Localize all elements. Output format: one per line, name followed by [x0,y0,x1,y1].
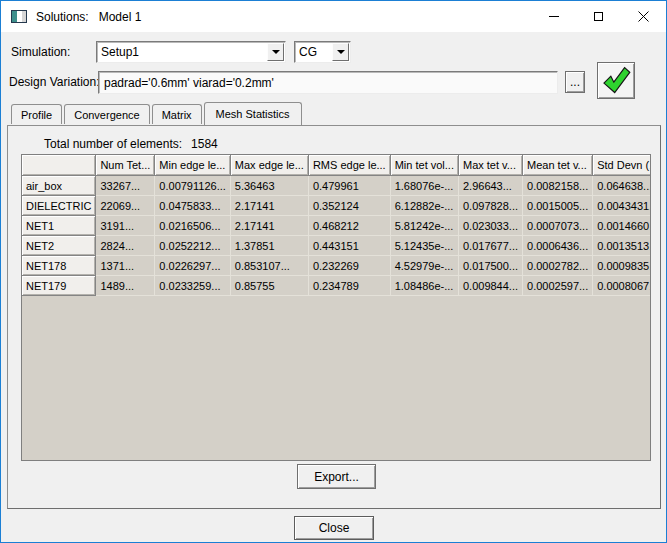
close-window-button[interactable] [621,1,666,32]
valid-solution-check-button[interactable] [597,62,635,99]
table-cell: 0.234789 [309,276,391,296]
mesh-table: Num Tet...Min edge le...Max edge le...RM… [22,155,651,296]
design-variation-browse-button[interactable]: ... [565,71,585,93]
table-cell: 0.468212 [309,216,391,236]
table-row: NET1791489...0.0233259...0.857550.234789… [22,276,651,296]
table-cell: 0.0252212... [155,236,230,256]
table-cell: 1.08486e-... [391,276,459,296]
table-cell: 0.232269 [309,256,391,276]
table-cell: 0.00791126... [155,176,230,196]
table-row: air_box33267...0.00791126...5.364630.479… [22,176,651,196]
minimize-button[interactable] [531,1,576,32]
table-cell: 6.12882e-... [391,196,459,216]
row-header[interactable]: NET2 [22,236,96,256]
table-cell: 5.81242e-... [391,216,459,236]
table-cell: 0.064638... [593,176,651,196]
table-cell: 0.0475833... [155,196,230,216]
table-cell: 0.0233259... [155,276,230,296]
table-row: NET1781371...0.0226297...0.853107...0.23… [22,256,651,276]
total-elements-label: Total number of elements: [44,137,182,151]
table-cell: 0.352124 [309,196,391,216]
table-cell: 1.37851 [231,236,309,256]
solutions-dialog: Solutions: Model 1 Simulation: Setup1 CG [0,0,667,543]
tab-convergence[interactable]: Convergence [64,104,149,124]
solution-type-dropdown-button[interactable] [332,43,349,61]
table-cell: 0.479961 [309,176,391,196]
row-header[interactable]: NET1 [22,216,96,236]
table-row: NET22824...0.0252212...1.378510.4431515.… [22,236,651,256]
solutions-app-icon [11,10,27,23]
table-cell: 1371... [96,256,155,276]
table-cell: 0.017500... [459,256,523,276]
tab-strip: ProfileConvergenceMatrixMesh Statistics [11,102,304,124]
design-variation-field[interactable]: padrad='0.6mm' viarad='0.2mm' [98,71,558,94]
table-cell: 2.17141 [231,216,309,236]
simulation-select[interactable]: Setup1 [96,41,286,63]
table-cell: 33267... [96,176,155,196]
table-cell: 0.0009835... [593,256,651,276]
total-elements-value: 1584 [191,137,218,151]
table-cell: 0.0002597... [523,276,593,296]
table-cell: 2.17141 [231,196,309,216]
table-cell: 5.12435e-... [391,236,459,256]
mesh-statistics-grid: Num Tet...Min edge le...Max edge le...RM… [21,154,651,461]
column-header[interactable]: Mean tet v... [523,155,593,176]
table-cell: 2824... [96,236,155,256]
table-cell: 0.0226297... [155,256,230,276]
row-header[interactable]: NET179 [22,276,96,296]
table-cell: 0.009844... [459,276,523,296]
table-cell: 1.68076e-... [391,176,459,196]
table-cell: 0.0082158... [523,176,593,196]
chevron-down-icon [337,50,345,54]
table-cell: 0.0007073... [523,216,593,236]
column-header[interactable]: Num Tet... [96,155,155,176]
solution-type-selected-value: CG [295,42,331,62]
table-cell: 0.443151 [309,236,391,256]
close-icon [638,11,649,22]
row-header[interactable]: DIELECTRIC [22,196,96,216]
design-variation-label: Design Variation: [9,75,100,89]
row-header[interactable]: air_box [22,176,96,196]
tab-mesh-statistics[interactable]: Mesh Statistics [204,102,302,125]
column-header[interactable]: Max tet v... [459,155,523,176]
table-cell: 22069... [96,196,155,216]
table-cell: 0.097828... [459,196,523,216]
table-cell: 3191... [96,216,155,236]
table-cell: 0.023033... [459,216,523,236]
maximize-icon [594,12,603,21]
solution-type-select[interactable]: CG [294,41,351,63]
table-cell: 2.96643... [459,176,523,196]
table-row: DIELECTRIC22069...0.0475833...2.171410.3… [22,196,651,216]
column-header[interactable]: Max edge le... [231,155,309,176]
titlebar[interactable]: Solutions: Model 1 [1,1,666,32]
tab-matrix[interactable]: Matrix [152,104,202,124]
table-cell: 0.0015005... [523,196,593,216]
window-title-app: Solutions: [36,10,89,24]
table-cell: 0.0043431... [593,196,651,216]
column-header[interactable]: Min tet vol... [391,155,459,176]
table-cell: 0.0006436... [523,236,593,256]
close-button[interactable]: Close [294,516,374,540]
column-header[interactable]: RMS edge le... [309,155,391,176]
window-controls [531,1,666,32]
window-title-doc: Model 1 [99,10,142,24]
row-header[interactable]: NET178 [22,256,96,276]
column-header[interactable]: Std Devn (... [593,155,651,176]
table-cell: 0.853107... [231,256,309,276]
tab-profile[interactable]: Profile [11,104,62,124]
table-cell: 5.36463 [231,176,309,196]
column-header[interactable]: Min edge le... [155,155,230,176]
table-row: NET13191...0.0216506...2.171410.4682125.… [22,216,651,236]
maximize-button[interactable] [576,1,621,32]
tab-page-mesh-statistics: Total number of elements: 1584 Num Tet..… [7,125,661,509]
table-cell: 0.85755 [231,276,309,296]
export-button[interactable]: Export... [297,464,376,489]
table-cell: 0.0008067... [593,276,651,296]
window-title: Solutions: Model 1 [36,10,141,24]
corner-header-cell[interactable] [22,155,96,176]
table-cell: 0.0002782... [523,256,593,276]
table-cell: 0.0013513... [593,236,651,256]
simulation-dropdown-button[interactable] [267,43,284,61]
minimize-icon [549,16,559,17]
chevron-down-icon [272,50,280,54]
